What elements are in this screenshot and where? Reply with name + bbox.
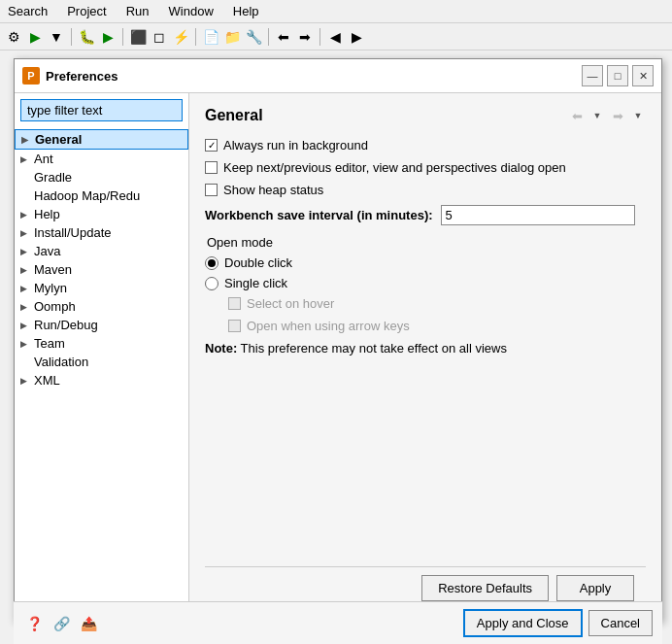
toolbar-sep-5 [319, 28, 320, 46]
sidebar-item-ant[interactable]: ▶ Ant [15, 150, 188, 168]
chevron-right-icon: ▶ [20, 376, 34, 386]
workbench-interval-row: Workbench save interval (in minutes): [205, 205, 646, 225]
chevron-right-icon: ▶ [21, 135, 35, 145]
double-click-radio[interactable] [205, 256, 218, 270]
menu-help[interactable]: Help [229, 2, 263, 20]
select-hover-label: Select on hover [247, 296, 334, 311]
sidebar-search-input[interactable] [20, 99, 183, 121]
single-click-radio[interactable] [205, 277, 218, 290]
chevron-right-icon: ▶ [20, 228, 34, 238]
toolbar-icon-3[interactable]: ▼ [47, 27, 66, 47]
toolbar-icon-15[interactable]: ▶ [347, 27, 366, 47]
always-run-checkbox[interactable] [205, 139, 218, 152]
sidebar-item-label: Maven [34, 262, 72, 277]
maximize-button[interactable]: □ [607, 65, 628, 86]
title-bar: P Preferences — □ ✕ [15, 59, 661, 93]
sidebar-item-oomph[interactable]: ▶ Oomph [15, 297, 188, 316]
bottom-bar: ❓ 🔗 📤 Apply and Close Cancel [14, 601, 662, 644]
interval-label: Workbench save interval (in minutes): [205, 208, 433, 222]
toolbar-icon-1[interactable]: ⚙ [4, 27, 23, 47]
restore-defaults-button[interactable]: Restore Defaults [421, 575, 549, 601]
menu-project[interactable]: Project [63, 2, 110, 20]
main-content: General ⬅ ▼ ➡ ▼ Always run in background [189, 93, 661, 621]
sidebar-item-mylyn[interactable]: ▶ Mylyn [15, 279, 188, 297]
forward-dropdown-button[interactable]: ▼ [630, 105, 646, 126]
sidebar-item-run-debug[interactable]: ▶ Run/Debug [15, 316, 188, 334]
sidebar-item-xml[interactable]: ▶ XML [15, 371, 188, 390]
back-dropdown-button[interactable]: ▼ [589, 105, 605, 126]
chevron-right-icon: ▶ [20, 302, 34, 312]
sidebar-item-hadoop[interactable]: Hadoop Map/Redu [15, 186, 188, 205]
toolbar-sep-1 [71, 28, 72, 46]
sidebar-item-label: Hadoop Map/Redu [34, 188, 140, 203]
single-click-radio-wrapper[interactable]: Single click [205, 276, 646, 290]
toolbar-icon-8[interactable]: ⚡ [171, 27, 190, 47]
chevron-right-icon: ▶ [20, 210, 34, 220]
sidebar-item-help[interactable]: ▶ Help [15, 205, 188, 223]
sidebar-item-label: Ant [34, 152, 53, 166]
open-arrow-keys-checkbox[interactable] [228, 320, 241, 332]
sidebar-item-label: XML [34, 373, 60, 388]
sidebar-item-gradle[interactable]: Gradle [15, 168, 188, 186]
sidebar-item-label: General [35, 132, 82, 147]
always-run-checkbox-wrapper[interactable]: Always run in background [205, 138, 368, 153]
close-button[interactable]: ✕ [632, 65, 654, 86]
preferences-dialog: P Preferences — □ ✕ ▶ General ▶ Ant [14, 58, 662, 622]
back-arrow-button[interactable]: ⬅ [566, 105, 588, 126]
keep-next-setting-row: Keep next/previous editor, view and pers… [205, 160, 646, 175]
select-hover-wrapper[interactable]: Select on hover [228, 296, 334, 311]
menu-window[interactable]: Window [165, 2, 218, 20]
chevron-right-icon: ▶ [20, 321, 34, 330]
toolbar-icon-2[interactable]: ▶ [25, 27, 45, 47]
menu-search[interactable]: Search [4, 2, 51, 20]
apply-button[interactable]: Apply [556, 575, 634, 601]
menu-run[interactable]: Run [122, 2, 153, 20]
sidebar-item-team[interactable]: ▶ Team [15, 334, 188, 353]
dialog-body: ▶ General ▶ Ant Gradle Hadoop Map/Redu ▶ [15, 93, 661, 621]
cancel-button[interactable]: Cancel [588, 610, 653, 636]
sidebar-item-validation[interactable]: Validation [15, 353, 188, 371]
help-icon[interactable]: ❓ [23, 613, 45, 634]
toolbar-icon-9[interactable]: 📄 [201, 27, 220, 47]
sidebar-item-maven[interactable]: ▶ Maven [15, 260, 188, 279]
bottom-icons: ❓ 🔗 📤 [23, 613, 457, 634]
sidebar-item-general[interactable]: ▶ General [15, 129, 188, 150]
sidebar-item-label: Validation [34, 355, 88, 369]
chevron-right-icon: ▶ [20, 339, 34, 349]
toolbar-icon-6[interactable]: ⬛ [128, 27, 148, 47]
toolbar-icon-10[interactable]: 📁 [222, 27, 242, 47]
interval-input[interactable] [441, 205, 635, 225]
select-hover-checkbox[interactable] [228, 297, 241, 310]
sidebar-item-label: Gradle [34, 170, 72, 185]
minimize-button[interactable]: — [582, 65, 603, 86]
show-heap-setting-row: Show heap status [205, 183, 646, 197]
toolbar-icon-11[interactable]: 🔧 [244, 27, 263, 47]
keep-next-checkbox[interactable] [205, 161, 218, 174]
double-click-label: Double click [224, 255, 292, 270]
forward-arrow-button[interactable]: ➡ [607, 105, 628, 126]
toolbar-icon-13[interactable]: ➡ [295, 27, 315, 47]
keep-next-checkbox-wrapper[interactable]: Keep next/previous editor, view and pers… [205, 160, 566, 175]
open-arrow-keys-wrapper[interactable]: Open when using arrow keys [228, 319, 410, 333]
link-icon[interactable]: 🔗 [50, 613, 72, 634]
title-bar-controls: — □ ✕ [582, 65, 654, 86]
double-click-radio-wrapper[interactable]: Double click [205, 255, 646, 270]
toolbar-sep-4 [268, 28, 269, 46]
keep-next-label: Keep next/previous editor, view and pers… [223, 160, 566, 175]
export-icon[interactable]: 📤 [78, 613, 99, 634]
sidebar-item-java[interactable]: ▶ Java [15, 242, 188, 260]
apply-close-button[interactable]: Apply and Close [463, 609, 583, 637]
show-heap-checkbox-wrapper[interactable]: Show heap status [205, 183, 323, 197]
sidebar-item-label: Team [34, 336, 65, 351]
show-heap-checkbox[interactable] [205, 184, 218, 196]
content-title: General [205, 107, 263, 124]
toolbar-icon-7[interactable]: ◻ [150, 27, 169, 47]
single-click-label: Single click [224, 276, 287, 290]
toolbar-icon-4[interactable]: 🐛 [77, 27, 96, 47]
sidebar-item-install-update[interactable]: ▶ Install/Update [15, 223, 188, 242]
toolbar-icon-5[interactable]: ▶ [98, 27, 118, 47]
toolbar-icon-12[interactable]: ⬅ [274, 27, 293, 47]
open-mode-section: Open mode Double click Single click [205, 235, 646, 356]
toolbar-icon-14[interactable]: ◀ [325, 27, 345, 47]
toolbar-sep-2 [122, 28, 123, 46]
